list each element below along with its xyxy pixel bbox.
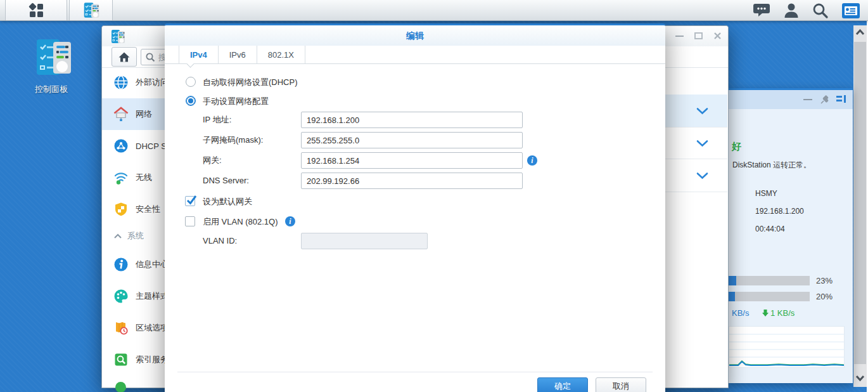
- enable-vlan-checkbox[interactable]: [185, 216, 195, 226]
- search-icon: [145, 52, 155, 62]
- top-taskbar: [0, 0, 868, 21]
- download-speed: 1 KB/s: [770, 308, 795, 318]
- sidebar-section-system[interactable]: 系统: [113, 230, 144, 242]
- dhcp-icon: [113, 138, 129, 154]
- network-home-icon: [113, 107, 129, 122]
- tab-ipv6[interactable]: IPv6: [219, 46, 257, 64]
- tab-8021x[interactable]: 802.1X: [257, 46, 305, 64]
- radio-manual[interactable]: [186, 96, 196, 106]
- sidebar-item-partial-icon: [115, 382, 126, 392]
- shield-icon: [113, 202, 129, 217]
- ram-usage-bar: [729, 292, 810, 301]
- widget-minimize-icon[interactable]: [803, 99, 812, 100]
- subnet-mask-input[interactable]: [301, 132, 523, 148]
- region-map-clock-icon: [113, 320, 129, 336]
- server-name-value: HSMY: [755, 189, 777, 198]
- radio-dhcp[interactable]: [186, 77, 196, 87]
- pilot-view-icon[interactable]: [842, 3, 860, 18]
- health-description: DiskStation 运转正常。: [732, 160, 811, 171]
- sidebar-item-label: 安全性: [136, 204, 160, 215]
- checkmark-icon: [186, 194, 197, 206]
- system-health-widget: 好 DiskStation 运转正常。 HSMY 192.168.1.200 0…: [729, 88, 853, 383]
- palette-icon: [113, 289, 129, 304]
- uptime-value: 00:44:04: [755, 225, 785, 233]
- default-gateway-checkbox[interactable]: [185, 196, 195, 206]
- cpu-usage-label: 23%: [816, 276, 833, 285]
- dns-server-label: DNS Server:: [203, 173, 249, 189]
- scroll-up-icon[interactable]: [855, 29, 865, 36]
- chevron-up-icon: [113, 233, 122, 239]
- vlan-id-input: [301, 233, 428, 249]
- default-gateway-label: 设为默认网关: [203, 197, 252, 207]
- footer-divider: [177, 372, 653, 372]
- desktop-icon-control-panel[interactable]: 控制面板: [16, 38, 86, 95]
- gateway-input[interactable]: [301, 152, 523, 169]
- dns-server-input[interactable]: [301, 173, 523, 189]
- dialog-title: 编辑: [165, 25, 665, 46]
- desktop-scrollbar[interactable]: [853, 25, 867, 387]
- window-close-icon[interactable]: [713, 32, 722, 40]
- edit-dialog: 编辑 IPv4 IPv6 802.1X 自动取得网络设置(DHCP) 手动设置网…: [165, 23, 665, 392]
- control-panel-window-icon: [110, 29, 126, 44]
- subnet-mask-label: 子网掩码(mask):: [203, 132, 263, 148]
- taskbar-control-panel-button[interactable]: [69, 0, 113, 20]
- dialog-tabs: IPv4 IPv6 802.1X: [165, 46, 665, 64]
- chevron-down-icon[interactable]: [696, 107, 708, 115]
- scrollbar-thumb[interactable]: [854, 42, 866, 364]
- network-activity-chart: [729, 326, 845, 368]
- index-search-icon: [113, 352, 129, 367]
- taskbar-control-panel-icon: [82, 2, 101, 19]
- sidebar-item-label: 无线: [136, 172, 152, 183]
- gateway-info-icon[interactable]: i: [527, 155, 537, 166]
- window-minimize-icon[interactable]: [675, 36, 684, 37]
- widget-header[interactable]: [729, 90, 853, 109]
- sidebar-item-label: 索引服务: [136, 354, 169, 365]
- info-icon: [113, 257, 129, 272]
- notifications-icon[interactable]: [753, 3, 770, 18]
- scroll-down-icon[interactable]: [855, 374, 865, 382]
- main-menu-button[interactable]: [5, 0, 67, 20]
- vlan-info-icon[interactable]: i: [285, 216, 295, 226]
- widget-panel-icon[interactable]: [836, 95, 846, 104]
- desktop-icon-label: 控制面板: [16, 84, 86, 95]
- pin-icon[interactable]: [820, 95, 830, 105]
- gateway-label: 网关:: [203, 152, 222, 169]
- enable-vlan-label: 启用 VLAN (802.1Q): [203, 217, 278, 227]
- server-ip-value: 192.168.1.200: [755, 207, 804, 216]
- home-icon: [118, 51, 131, 63]
- sidebar-item-label: 外部访问: [136, 77, 169, 88]
- upload-speed: KB/s: [732, 308, 749, 318]
- vlan-id-label: VLAN ID:: [203, 233, 237, 249]
- ram-usage-label: 20%: [816, 292, 833, 301]
- cancel-button[interactable]: 取消: [596, 377, 646, 392]
- control-panel-icon: [29, 38, 73, 79]
- ok-button[interactable]: 确定: [537, 377, 588, 392]
- ip-address-label: IP 地址:: [203, 112, 231, 128]
- wifi-icon: [113, 170, 129, 185]
- search-icon[interactable]: [812, 3, 829, 19]
- home-button[interactable]: [112, 47, 137, 67]
- radio-manual-label: 手动设置网络配置: [203, 96, 269, 107]
- sidebar-item-label: 主题样式: [136, 291, 169, 302]
- sidebar-item-label: 区域选项: [136, 322, 169, 334]
- chevron-down-icon[interactable]: [696, 172, 708, 180]
- globe-icon: [113, 75, 129, 90]
- sidebar-section-label: 系统: [127, 230, 144, 242]
- sidebar-item-label: 信息中心: [136, 259, 169, 270]
- radio-dhcp-label: 自动取得网络设置(DHCP): [203, 77, 298, 88]
- health-status: 好: [732, 141, 741, 153]
- cpu-usage-bar: [729, 276, 810, 285]
- user-icon[interactable]: [784, 3, 799, 18]
- main-menu-icon: [28, 2, 45, 19]
- sidebar-item-label: 网络: [136, 108, 152, 120]
- window-maximize-icon[interactable]: [694, 32, 703, 39]
- chevron-down-icon[interactable]: [696, 140, 708, 147]
- tab-ipv4[interactable]: IPv4: [179, 46, 219, 64]
- ip-address-input[interactable]: [301, 112, 523, 128]
- download-arrow-icon: [762, 309, 769, 317]
